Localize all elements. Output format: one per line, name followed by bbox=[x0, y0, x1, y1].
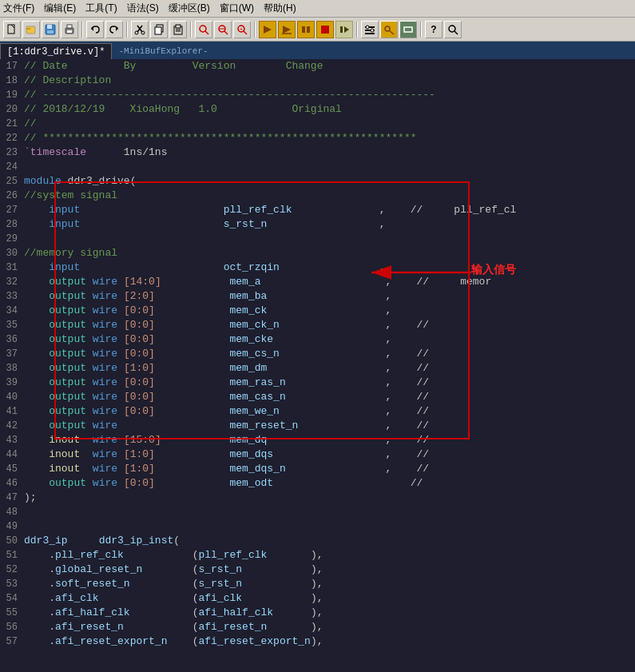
menu-edit[interactable]: 编辑(E) bbox=[44, 2, 76, 15]
line-number: 20 bbox=[0, 102, 24, 117]
svg-point-14 bbox=[135, 31, 138, 34]
line-number: 38 bbox=[0, 361, 24, 376]
code-line: 31 input oct_rzqin , bbox=[0, 260, 635, 275]
line-number: 33 bbox=[0, 289, 24, 304]
rect-button[interactable] bbox=[399, 21, 417, 38]
run-button[interactable] bbox=[297, 21, 315, 38]
svg-rect-3 bbox=[26, 28, 30, 30]
redo-button[interactable] bbox=[105, 21, 123, 38]
code-line: 53 .soft_reset_n (s_rst_n ), bbox=[0, 577, 635, 591]
line-number: 24 bbox=[0, 160, 24, 174]
line-number: 28 bbox=[0, 217, 24, 232]
line-content: output wire [0:0] mem_we_n , // bbox=[24, 404, 429, 419]
code-line: 43 inout wire [15:0] mem_dq , // bbox=[0, 433, 635, 447]
svg-rect-6 bbox=[47, 30, 54, 34]
line-number: 36 bbox=[0, 332, 24, 347]
search-all-button[interactable] bbox=[444, 21, 462, 38]
code-line: 49 bbox=[0, 519, 635, 534]
code-line: 24 bbox=[0, 160, 635, 174]
compile-button[interactable] bbox=[259, 21, 276, 38]
search2-button[interactable] bbox=[214, 21, 232, 38]
undo-button[interactable] bbox=[86, 21, 104, 38]
toolbar-sep-5 bbox=[356, 22, 358, 38]
line-content: output wire [0:0] mem_odt // bbox=[24, 476, 423, 491]
line-content: .afi_reset_export_n (afi_reset_export_n)… bbox=[24, 634, 323, 649]
code-line: 44 inout wire [1:0] mem_dqs , // bbox=[0, 447, 635, 462]
cut-button[interactable] bbox=[131, 21, 149, 38]
svg-rect-5 bbox=[47, 25, 52, 29]
svg-rect-9 bbox=[67, 30, 72, 33]
menu-buffer[interactable]: 缓冲区(B) bbox=[169, 2, 210, 15]
line-number: 17 bbox=[0, 59, 24, 74]
menu-window[interactable]: 窗口(W) bbox=[220, 2, 254, 15]
line-number: 39 bbox=[0, 376, 24, 390]
line-number: 35 bbox=[0, 318, 24, 332]
line-content: ); bbox=[24, 491, 37, 505]
code-line: 50ddr3_ip ddr3_ip_inst( bbox=[0, 534, 635, 548]
code-line: 34 output wire [0:0] mem_ck , bbox=[0, 304, 635, 318]
line-content: output wire [0:0] mem_cke , bbox=[24, 332, 391, 347]
line-number: 52 bbox=[0, 563, 24, 577]
line-number: 55 bbox=[0, 606, 24, 620]
line-number: 56 bbox=[0, 620, 24, 634]
line-number: 42 bbox=[0, 419, 24, 433]
line-number: 19 bbox=[0, 88, 24, 102]
code-line: 48 bbox=[0, 505, 635, 519]
code-line: 41 output wire [0:0] mem_we_n , // bbox=[0, 404, 635, 419]
line-content: .afi_reset_n (afi_reset_n ), bbox=[24, 620, 323, 634]
code-line: 23`timescale 1ns/1ns bbox=[0, 145, 635, 160]
code-line: 52 .global_reset_n (s_rst_n ), bbox=[0, 563, 635, 577]
line-content: output wire [1:0] mem_dm , // bbox=[24, 361, 429, 376]
open-file-button[interactable] bbox=[22, 21, 40, 38]
stop-button[interactable] bbox=[316, 21, 334, 38]
minibuf-label: -MiniBufExplorer- bbox=[113, 43, 212, 59]
line-content: .pll_ref_clk (pll_ref_clk ), bbox=[24, 548, 323, 563]
code-line: 42 output wire mem_reset_n , // bbox=[0, 419, 635, 433]
settings-button[interactable] bbox=[361, 21, 379, 38]
line-content: // Description bbox=[24, 74, 111, 88]
new-file-button[interactable] bbox=[3, 21, 21, 38]
print-button[interactable] bbox=[61, 21, 78, 38]
compile2-button[interactable] bbox=[278, 21, 296, 38]
svg-rect-45 bbox=[404, 27, 412, 32]
code-line: 40 output wire [0:0] mem_cas_n , // bbox=[0, 390, 635, 404]
menu-bar: 文件(F) 编辑(E) 工具(T) 语法(S) 缓冲区(B) 窗口(W) 帮助(… bbox=[0, 0, 635, 18]
code-line: 36 output wire [0:0] mem_cke , bbox=[0, 332, 635, 347]
menu-file[interactable]: 文件(F) bbox=[3, 2, 34, 15]
line-content: //memory signal bbox=[24, 246, 117, 260]
line-number: 48 bbox=[0, 505, 24, 519]
code-area[interactable]: 17// Date By Version Change18// Descript… bbox=[0, 59, 635, 672]
paste-button[interactable] bbox=[169, 21, 187, 38]
search-button[interactable] bbox=[195, 21, 212, 38]
menu-help[interactable]: 帮助(H) bbox=[264, 2, 296, 15]
key-button[interactable] bbox=[380, 21, 398, 38]
help-button[interactable]: ? bbox=[425, 21, 443, 38]
line-number: 32 bbox=[0, 275, 24, 289]
line-content bbox=[24, 505, 30, 519]
toolbar-sep-2 bbox=[126, 22, 128, 38]
menu-syntax[interactable]: 语法(S) bbox=[127, 2, 159, 15]
line-number: 49 bbox=[0, 519, 24, 534]
svg-marker-30 bbox=[264, 26, 272, 34]
active-tab[interactable]: [1:ddr3_drive.v]* bbox=[0, 43, 112, 59]
line-content: // *************************************… bbox=[24, 131, 416, 145]
save-file-button[interactable] bbox=[42, 21, 59, 38]
search3-button[interactable]: + bbox=[233, 21, 251, 38]
svg-rect-19 bbox=[176, 25, 181, 28]
line-number: 29 bbox=[0, 232, 24, 246]
svg-rect-17 bbox=[155, 27, 161, 34]
svg-rect-2 bbox=[26, 26, 35, 34]
line-content: input oct_rzqin , bbox=[24, 260, 386, 275]
line-content: // 2018/12/19 XioaHong 1.0 Original bbox=[24, 102, 342, 117]
step-button[interactable] bbox=[335, 21, 353, 38]
menu-tools[interactable]: 工具(T) bbox=[85, 2, 117, 15]
line-content: inout wire [1:0] mem_dqs_n , // bbox=[24, 462, 429, 476]
svg-text:+: + bbox=[240, 26, 243, 32]
copy-button[interactable] bbox=[150, 21, 168, 38]
line-number: 23 bbox=[0, 145, 24, 160]
svg-line-25 bbox=[224, 31, 228, 34]
code-line: 18// Description bbox=[0, 74, 635, 88]
line-number: 50 bbox=[0, 534, 24, 548]
line-content: `timescale 1ns/1ns bbox=[24, 145, 167, 160]
line-content: output wire [0:0] mem_ck , bbox=[24, 304, 391, 318]
